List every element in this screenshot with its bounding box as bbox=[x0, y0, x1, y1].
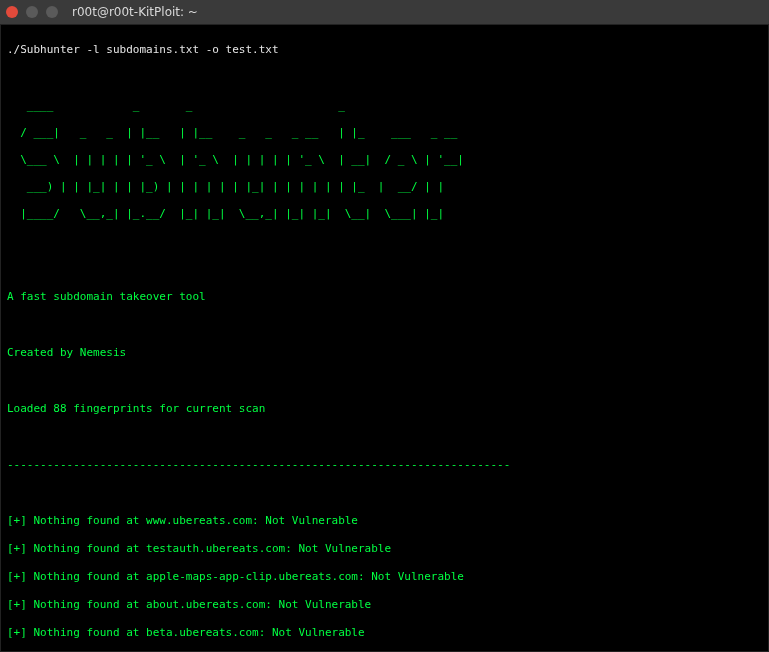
blank-line bbox=[7, 71, 762, 85]
blank-line bbox=[7, 374, 762, 388]
ascii-art-line: \___ \ | | | | | '_ \ | '_ \ | | | | | '… bbox=[7, 153, 762, 166]
command-line: ./Subhunter -l subdomains.txt -o test.tx… bbox=[7, 43, 762, 57]
divider-line: ----------------------------------------… bbox=[7, 458, 762, 472]
ascii-art-line: |____/ \__,_| |_.__/ |_| |_| \__,_| |_| … bbox=[7, 207, 762, 220]
window-title: r00t@r00t-KitPloit: ~ bbox=[72, 5, 198, 19]
loaded-line: Loaded 88 fingerprints for current scan bbox=[7, 402, 762, 416]
result-line: [+] Nothing found at beta.ubereats.com: … bbox=[7, 626, 762, 640]
minimize-icon[interactable] bbox=[26, 6, 38, 18]
result-line: [+] Nothing found at apple-maps-app-clip… bbox=[7, 570, 762, 584]
tagline: A fast subdomain takeover tool bbox=[7, 290, 762, 304]
blank-line bbox=[7, 234, 762, 248]
result-line: [+] Nothing found at testauth.ubereats.c… bbox=[7, 542, 762, 556]
maximize-icon[interactable] bbox=[46, 6, 58, 18]
titlebar[interactable]: r00t@r00t-KitPloit: ~ bbox=[0, 0, 769, 24]
close-icon[interactable] bbox=[6, 6, 18, 18]
blank-line bbox=[7, 262, 762, 276]
ascii-art-line: / ___| _ _ | |__ | |__ _ _ _ __ | |_ ___… bbox=[7, 126, 762, 139]
blank-line bbox=[7, 486, 762, 500]
blank-line bbox=[7, 318, 762, 332]
terminal-body[interactable]: ./Subhunter -l subdomains.txt -o test.tx… bbox=[0, 24, 769, 652]
result-line: [+] Nothing found at about.ubereats.com:… bbox=[7, 598, 762, 612]
ascii-art-line: ___) | | |_| | | |_) | | | | | | |_| | |… bbox=[7, 180, 762, 193]
terminal-window: r00t@r00t-KitPloit: ~ ./Subhunter -l sub… bbox=[0, 0, 769, 652]
blank-line bbox=[7, 430, 762, 444]
ascii-art-line: ____ _ _ _ bbox=[7, 99, 762, 112]
result-line: [+] Nothing found at www.ubereats.com: N… bbox=[7, 514, 762, 528]
credit-line: Created by Nemesis bbox=[7, 346, 762, 360]
